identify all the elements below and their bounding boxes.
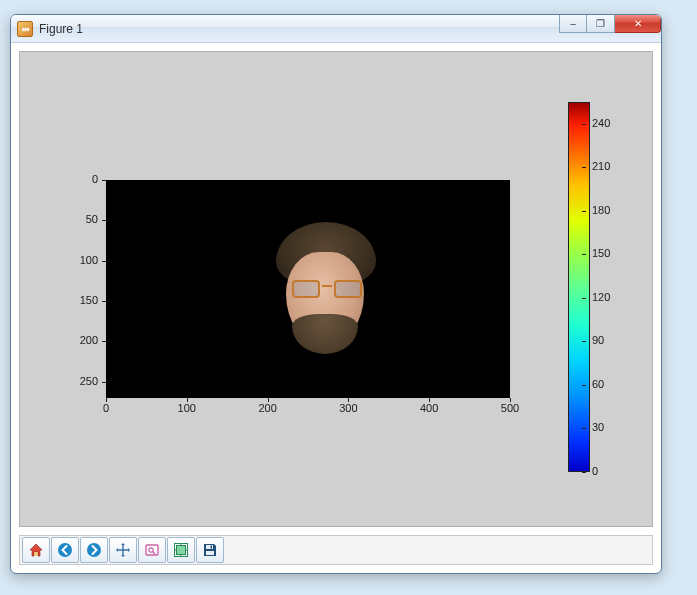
save-button[interactable] bbox=[196, 537, 224, 563]
image-content bbox=[266, 222, 386, 362]
colorbar bbox=[568, 102, 590, 472]
svg-rect-7 bbox=[177, 546, 186, 555]
minimize-icon: – bbox=[570, 18, 576, 29]
forward-button[interactable] bbox=[80, 537, 108, 563]
y-tick-label: 100 bbox=[48, 254, 98, 266]
colorbar-tick-label: 210 bbox=[592, 160, 622, 172]
colorbar-tick-label: 90 bbox=[592, 334, 622, 346]
colorbar-tick-label: 150 bbox=[592, 247, 622, 259]
arrow-right-icon bbox=[86, 542, 102, 558]
window-title: Figure 1 bbox=[39, 22, 83, 36]
svg-rect-14 bbox=[206, 551, 214, 555]
y-tick-label: 150 bbox=[48, 294, 98, 306]
minimize-button[interactable]: – bbox=[559, 15, 587, 33]
maximize-button[interactable]: ❐ bbox=[587, 15, 615, 33]
x-tick-label: 400 bbox=[409, 402, 449, 414]
x-tick-label: 300 bbox=[328, 402, 368, 414]
back-button[interactable] bbox=[51, 537, 79, 563]
home-icon bbox=[28, 542, 44, 558]
maximize-icon: ❐ bbox=[596, 18, 605, 29]
close-icon: ✕ bbox=[634, 18, 642, 29]
y-tick-label: 50 bbox=[48, 213, 98, 225]
image-axes bbox=[106, 180, 510, 398]
colorbar-tick-label: 240 bbox=[592, 117, 622, 129]
colorbar-tick-label: 30 bbox=[592, 421, 622, 433]
colorbar-tick-label: 180 bbox=[592, 204, 622, 216]
x-tick-label: 100 bbox=[167, 402, 207, 414]
colorbar-ticks: 0306090120150180210240 bbox=[592, 102, 626, 472]
move-icon bbox=[115, 542, 131, 558]
subplots-button[interactable] bbox=[167, 537, 195, 563]
plot-area: 0306090120150180210240 05010015020025001… bbox=[20, 52, 652, 526]
figure-window: 𝓂 Figure 1 – ❐ ✕ bbox=[10, 14, 662, 574]
y-tick-label: 250 bbox=[48, 375, 98, 387]
arrow-left-icon bbox=[57, 542, 73, 558]
svg-rect-13 bbox=[211, 546, 213, 549]
svg-rect-3 bbox=[146, 545, 158, 555]
x-tick-label: 0 bbox=[86, 402, 126, 414]
y-tick-label: 0 bbox=[48, 173, 98, 185]
zoom-button[interactable] bbox=[138, 537, 166, 563]
colorbar-tick-label: 0 bbox=[592, 465, 622, 477]
svg-point-2 bbox=[87, 543, 101, 557]
window-controls: – ❐ ✕ bbox=[559, 15, 661, 35]
canvas[interactable]: 0306090120150180210240 05010015020025001… bbox=[19, 51, 653, 527]
titlebar[interactable]: 𝓂 Figure 1 – ❐ ✕ bbox=[11, 15, 661, 43]
y-tick-label: 200 bbox=[48, 334, 98, 346]
app-icon: 𝓂 bbox=[17, 21, 33, 37]
x-tick-label: 200 bbox=[248, 402, 288, 414]
navigation-toolbar bbox=[19, 535, 653, 565]
home-button[interactable] bbox=[22, 537, 50, 563]
zoom-rect-icon bbox=[144, 542, 160, 558]
svg-point-1 bbox=[58, 543, 72, 557]
x-tick-label: 500 bbox=[490, 402, 530, 414]
close-button[interactable]: ✕ bbox=[615, 15, 661, 33]
save-icon bbox=[202, 542, 218, 558]
subplots-icon bbox=[173, 542, 189, 558]
colorbar-tick-label: 60 bbox=[592, 378, 622, 390]
svg-rect-0 bbox=[35, 552, 38, 556]
colorbar-tick-label: 120 bbox=[592, 291, 622, 303]
pan-button[interactable] bbox=[109, 537, 137, 563]
